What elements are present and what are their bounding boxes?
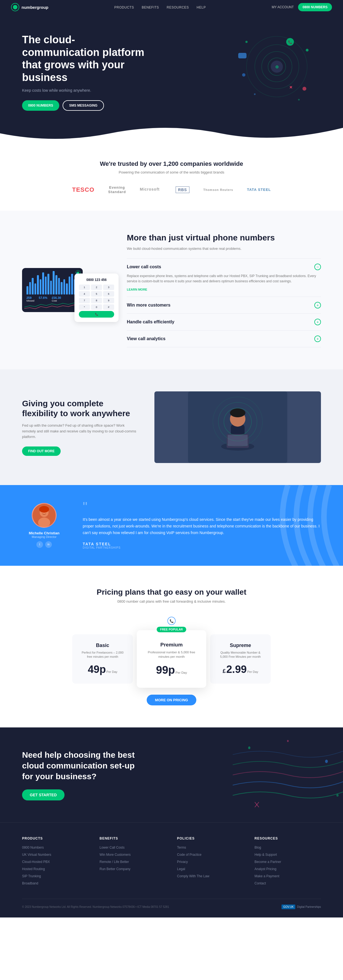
hero-btn1[interactable]: 0800 NUMBERS xyxy=(22,100,59,111)
logo-evening-standard: EveningStandard xyxy=(108,185,126,194)
price-unit-basic: Per Day xyxy=(107,670,118,673)
avatar xyxy=(32,503,56,528)
linkedin-icon[interactable]: in xyxy=(45,541,52,548)
bar xyxy=(58,278,60,294)
pricing-phone-icon: 📞 xyxy=(168,617,175,625)
plan-premium: FREE POPULAR Premium Professional number… xyxy=(137,630,206,688)
footer-link-payment[interactable]: Make a Payment xyxy=(255,874,279,878)
key-1[interactable]: 1 xyxy=(79,285,90,290)
svg-point-8 xyxy=(303,87,306,91)
nav-resources[interactable]: RESOURCES xyxy=(167,5,189,10)
key-hash[interactable]: # xyxy=(103,304,114,310)
footer-link-costs[interactable]: Lower Call Costs xyxy=(99,846,124,850)
footer-col-policies: POLICIES Terms Code of Practice Privacy … xyxy=(177,837,244,888)
nav-benefits[interactable]: BENEFITS xyxy=(142,5,159,10)
footer-link-analyst[interactable]: Analyst Pricing xyxy=(255,867,276,871)
footer-col-products: PRODUCTS 0800 Numbers UK Virtual Numbers… xyxy=(22,837,88,888)
bar xyxy=(61,282,62,294)
key-5[interactable]: 5 xyxy=(91,291,102,297)
get-started-button[interactable]: GET STARTED xyxy=(22,789,64,800)
feature-title-3: Handle calls efficiently xyxy=(127,320,174,325)
remote-body: Fed up with the commute? Fed up of shari… xyxy=(22,423,138,440)
footer: PRODUCTS 0800 Numbers UK Virtual Numbers… xyxy=(0,822,343,918)
footer-link-company[interactable]: Run Better Company xyxy=(99,867,131,871)
call-button[interactable]: 📞 xyxy=(79,311,114,318)
key-9[interactable]: 9 xyxy=(103,298,114,303)
bar xyxy=(42,272,44,294)
bar xyxy=(37,275,39,294)
plan-price-supreme: £ 2.99 Per Day xyxy=(217,663,264,675)
footer-link-pbx[interactable]: Cloud-Hosted PBX xyxy=(22,860,50,864)
phone-card: 0800 123 456 1 2 3 4 5 6 7 8 9 * 0 # 📞 xyxy=(75,274,118,322)
key-0[interactable]: 0 xyxy=(91,304,102,310)
svg-point-9 xyxy=(242,73,246,76)
footer-link-legal[interactable]: Legal xyxy=(177,867,185,871)
footer-link-privacy[interactable]: Privacy xyxy=(177,860,188,864)
key-3[interactable]: 3 xyxy=(103,285,114,290)
dashboard-card: 259 Missed 57.6% £56.30 Cost xyxy=(22,268,83,312)
feature-title-1: Lower call costs xyxy=(127,264,161,269)
nav-help[interactable]: HELP xyxy=(196,5,206,10)
footer-link-virtual[interactable]: UK Virtual Numbers xyxy=(22,853,51,857)
feature-header-1[interactable]: Lower call costs − xyxy=(127,264,321,270)
key-7[interactable]: 7 xyxy=(79,298,90,303)
stat-missed: 259 Missed xyxy=(27,296,35,302)
nav-cta-button[interactable]: 0800 NUMBERS xyxy=(298,3,332,11)
hero-graphic: ⊕ 📞 ✕ xyxy=(227,33,321,111)
svg-point-14 xyxy=(254,93,255,95)
plan-desc-premium: Professional number & 5,000 free minutes… xyxy=(145,650,198,659)
remote-cta[interactable]: FIND OUT MORE xyxy=(22,447,61,456)
feature-header-4[interactable]: View call analytics + xyxy=(127,336,321,342)
footer-link-customers[interactable]: Win More Customers xyxy=(99,853,131,857)
feature-title-4: View call analytics xyxy=(127,336,166,341)
feature-header-2[interactable]: Win more customers + xyxy=(127,302,321,309)
svg-text:📞: 📞 xyxy=(288,40,292,44)
key-4[interactable]: 4 xyxy=(79,291,90,297)
footer-link-comply[interactable]: Comply With The Law xyxy=(177,874,209,878)
footer-link-life[interactable]: Remote / Life Better xyxy=(99,860,129,864)
learn-more-link[interactable]: LEARN MORE xyxy=(127,288,147,291)
key-2[interactable]: 2 xyxy=(91,285,102,290)
footer-link-contact[interactable]: Contact xyxy=(255,881,266,885)
footer-heading-benefits: BENEFITS xyxy=(99,837,166,840)
price-amount-premium: 99p xyxy=(156,663,175,676)
gov-label: Digital Partnerships xyxy=(297,905,321,908)
logo-rbs: RBS xyxy=(175,186,190,193)
footer-link-code[interactable]: Code of Practice xyxy=(177,853,201,857)
footer-link-routing[interactable]: Hosted Routing xyxy=(22,867,45,871)
footer-link-sip[interactable]: SIP Trunking xyxy=(22,874,41,878)
footer-copyright: © 2023 Numbergroup Networks Ltd. All Rig… xyxy=(22,905,169,908)
hero-content: The cloud-communication platform that gr… xyxy=(22,33,149,111)
social-icons: t in xyxy=(22,541,66,548)
footer-link-support[interactable]: Help & Support xyxy=(255,853,277,857)
footer-link-0800[interactable]: 0800 Numbers xyxy=(22,846,44,850)
phone-number: 0800 123 456 xyxy=(79,278,114,282)
key-star[interactable]: * xyxy=(79,304,90,310)
nav-right: MY ACCOUNT 0800 NUMBERS xyxy=(272,3,332,11)
footer-link-blog[interactable]: Blog xyxy=(255,846,261,850)
footer-link-terms[interactable]: Terms xyxy=(177,846,186,850)
trusted-heading: We're trusted by over 1,200 companies wo… xyxy=(22,160,321,167)
features-subtext: We build cloud-hosted communication syst… xyxy=(127,247,321,251)
pricing-cta: MORE ON PRICING xyxy=(22,695,321,705)
svg-text:📞: 📞 xyxy=(169,619,174,623)
features-section: 259 Missed 57.6% £56.30 Cost xyxy=(0,211,343,369)
logo[interactable]: numbergroup xyxy=(11,3,48,11)
pricing-section: Pricing plans that go easy on your walle… xyxy=(0,566,343,727)
feature-header-3[interactable]: Handle calls efficiently + xyxy=(127,319,321,325)
bar xyxy=(48,274,49,294)
footer-link-partner[interactable]: Become a Partner xyxy=(255,860,281,864)
nav-account[interactable]: MY ACCOUNT xyxy=(272,5,294,9)
popular-badge: FREE POPULAR xyxy=(156,627,186,632)
key-8[interactable]: 8 xyxy=(91,298,102,303)
twitter-icon[interactable]: t xyxy=(37,541,43,548)
pricing-cta-button[interactable]: MORE ON PRICING xyxy=(147,695,196,705)
remote-image xyxy=(155,391,321,463)
plan-desc-supreme: Quality Memorable Number & 5,000 Free Mi… xyxy=(217,651,264,659)
hero-btn2[interactable]: SMS MESSAGING xyxy=(62,100,104,111)
hero-headline: The cloud-communication platform that gr… xyxy=(22,33,149,84)
svg-point-6 xyxy=(306,49,308,51)
footer-link-broadband[interactable]: Broadband xyxy=(22,881,38,885)
key-6[interactable]: 6 xyxy=(103,291,114,297)
nav-products[interactable]: PRODUCTS xyxy=(115,5,134,10)
